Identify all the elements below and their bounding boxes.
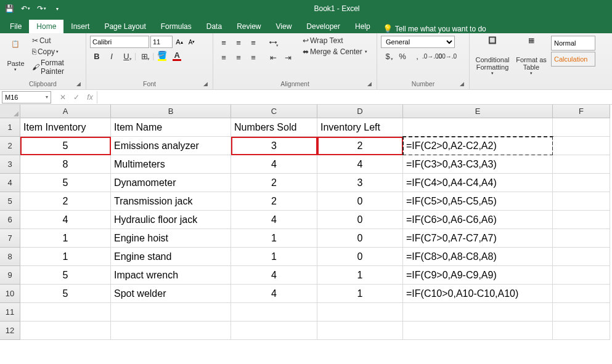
increase-font-button[interactable]: A▴ — [174, 36, 185, 48]
cell[interactable]: Impact wrench — [111, 266, 231, 285]
cell[interactable]: Inventory Left — [317, 118, 403, 137]
cell[interactable] — [20, 322, 111, 340]
cell[interactable]: 4 — [231, 266, 317, 285]
cell[interactable] — [231, 322, 317, 340]
cell[interactable]: Dynamometer — [111, 174, 231, 192]
formula-enter-button[interactable]: ✓ — [70, 91, 83, 104]
cell[interactable] — [317, 322, 403, 340]
cell[interactable]: =IF(C10>0,A10-C10,A10) — [403, 285, 553, 303]
formula-cancel-button[interactable]: ✕ — [56, 91, 70, 104]
cell[interactable] — [231, 303, 317, 322]
cell[interactable]: =IF(C4>0,A4-C4,A4) — [403, 174, 553, 192]
align-top-button[interactable]: ≡ — [217, 36, 231, 49]
col-header-E[interactable]: E — [403, 105, 553, 118]
cell[interactable] — [553, 285, 610, 303]
row-header-6[interactable]: 6 — [0, 211, 20, 229]
cell[interactable]: 5 — [20, 266, 111, 285]
decrease-indent-button[interactable]: ⇤ — [266, 51, 280, 64]
cell[interactable] — [553, 211, 610, 229]
font-name-select[interactable] — [90, 36, 149, 48]
cell[interactable]: 4 — [231, 211, 317, 229]
row-header-1[interactable]: 1 — [0, 118, 20, 137]
tab-developer[interactable]: Developer — [299, 20, 348, 33]
copy-button[interactable]: ⎘Copy▾ — [30, 47, 82, 57]
cell[interactable]: 8 — [20, 155, 111, 174]
cell[interactable]: =IF(C7>0,A7-C7,A7) — [403, 229, 553, 248]
tab-home[interactable]: Home — [29, 20, 63, 33]
cell[interactable]: =IF(C8>0,A8-C8,A8) — [403, 248, 553, 266]
cell[interactable]: 0 — [317, 248, 403, 266]
col-header-F[interactable]: F — [553, 105, 610, 118]
increase-indent-button[interactable]: ⇥ — [281, 51, 295, 64]
align-left-button[interactable]: ≡ — [217, 51, 231, 64]
cell[interactable]: 4 — [317, 155, 403, 174]
orientation-button[interactable]: ⭤ — [266, 36, 280, 49]
style-calculation[interactable]: Calculation — [551, 52, 595, 67]
tab-insert[interactable]: Insert — [63, 20, 97, 33]
wrap-text-button[interactable]: ↩Wrap Text — [301, 36, 369, 46]
decrease-font-button[interactable]: A▾ — [186, 36, 197, 48]
cell[interactable] — [553, 229, 610, 248]
cell[interactable]: Emissions analyzer — [111, 137, 231, 155]
font-dialog-launcher[interactable]: ◢ — [203, 79, 208, 88]
bold-button[interactable]: B — [90, 49, 104, 63]
cut-button[interactable]: ✂Cut — [30, 36, 82, 46]
row-header-8[interactable]: 8 — [0, 248, 20, 266]
align-middle-button[interactable]: ≡ — [232, 36, 245, 49]
insert-function-button[interactable]: fx — [83, 91, 97, 104]
cell[interactable]: 1 — [231, 229, 317, 248]
row-header-9[interactable]: 9 — [0, 266, 20, 285]
merge-center-button[interactable]: ⬌Merge & Center▾ — [301, 47, 369, 57]
cell[interactable]: =IF(C5>0,A5-C5,A5) — [403, 192, 553, 211]
cell[interactable]: 5 — [20, 174, 111, 192]
cell[interactable]: 0 — [317, 229, 403, 248]
col-header-C[interactable]: C — [231, 105, 317, 118]
cell[interactable]: Item Name — [111, 118, 231, 137]
cell[interactable]: 2 — [231, 192, 317, 211]
cell[interactable] — [553, 303, 610, 322]
cell[interactable] — [20, 303, 111, 322]
conditional-formatting-button[interactable]: 🔲 Conditional Formatting▾ — [473, 36, 512, 76]
row-header-4[interactable]: 4 — [0, 174, 20, 192]
row-header-3[interactable]: 3 — [0, 155, 20, 174]
align-bottom-button[interactable]: ≡ — [247, 36, 260, 49]
cell[interactable]: 2 — [231, 174, 317, 192]
cell[interactable] — [553, 174, 610, 192]
percent-button[interactable]: % — [396, 49, 409, 63]
tab-formulas[interactable]: Formulas — [153, 20, 199, 33]
italic-button[interactable]: I — [105, 49, 118, 63]
tab-data[interactable]: Data — [199, 20, 229, 33]
cell[interactable] — [553, 192, 610, 211]
row-header-7[interactable]: 7 — [0, 229, 20, 248]
cell[interactable]: 0 — [317, 211, 403, 229]
alignment-dialog-launcher[interactable]: ◢ — [367, 79, 372, 88]
number-format-select[interactable]: General — [381, 36, 455, 48]
col-header-B[interactable]: B — [111, 105, 231, 118]
cell[interactable]: Engine stand — [111, 248, 231, 266]
cell[interactable]: 4 — [231, 285, 317, 303]
row-header-12[interactable]: 12 — [0, 322, 20, 340]
cell[interactable]: 2 — [317, 137, 403, 155]
cell[interactable] — [553, 118, 610, 137]
cell[interactable] — [317, 303, 403, 322]
cell[interactable]: Spot welder — [111, 285, 231, 303]
cell[interactable]: =IF(C3>0,A3-C3,A3) — [403, 155, 553, 174]
cell[interactable]: 0 — [317, 192, 403, 211]
cell[interactable]: Numbers Sold — [231, 118, 317, 137]
cell[interactable]: 3 — [317, 174, 403, 192]
tab-help[interactable]: Help — [348, 20, 378, 33]
tab-view[interactable]: View — [269, 20, 300, 33]
save-button[interactable]: 💾 — [2, 2, 16, 15]
cell[interactable]: 1 — [20, 248, 111, 266]
select-all-corner[interactable] — [0, 105, 20, 118]
cell[interactable]: 3 — [231, 137, 317, 155]
cell[interactable]: 5 — [20, 137, 111, 155]
align-right-button[interactable]: ≡ — [247, 51, 260, 64]
undo-button[interactable]: ↶▾ — [18, 2, 32, 15]
qat-customize-button[interactable]: ▾ — [51, 2, 64, 15]
paste-button[interactable]: 📋 Paste ▾ — [4, 36, 28, 76]
cell[interactable]: 4 — [20, 211, 111, 229]
tab-page-layout[interactable]: Page Layout — [97, 20, 153, 33]
cell[interactable]: Hydraulic floor jack — [111, 211, 231, 229]
row-header-11[interactable]: 11 — [0, 303, 20, 322]
